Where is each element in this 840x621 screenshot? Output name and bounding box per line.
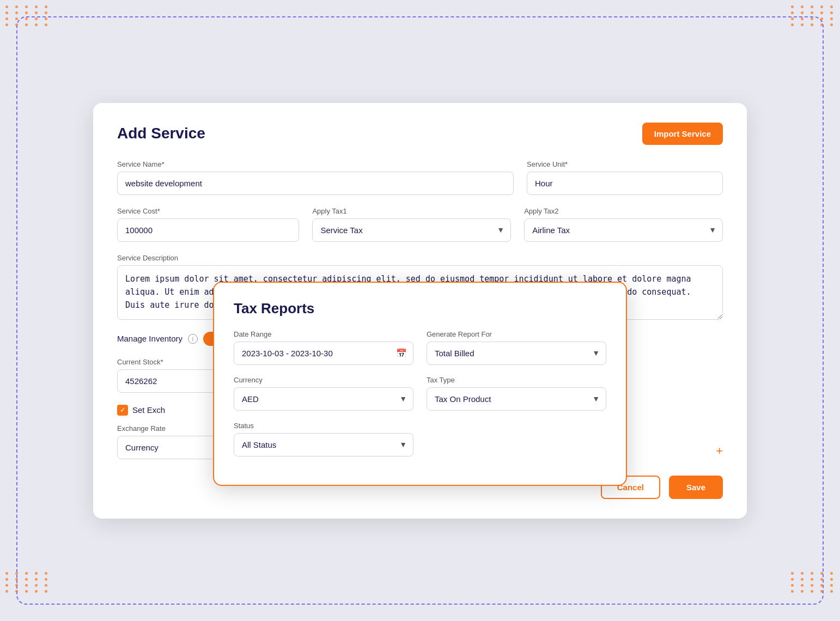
add-service-card: Add Service Import Service Service Name*… [93, 103, 747, 519]
tax-type-label: Tax Type [427, 376, 606, 384]
modal-row-1: Date Range 📅 Generate Report For Total B… [234, 330, 606, 365]
modal-row-3: Status All Status Active Inactive ▼ [234, 422, 606, 456]
modal-currency-select[interactable]: AED USD EUR [234, 387, 413, 411]
status-select-wrapper: All Status Active Inactive ▼ [234, 433, 413, 456]
generate-report-select[interactable]: Total Billed Total Unbilled Total Paid [427, 342, 606, 365]
modal-currency-label: Currency [234, 376, 413, 384]
date-range-group: Date Range 📅 [234, 330, 413, 365]
tax-reports-modal: Tax Reports Date Range 📅 Generate Report… [213, 282, 627, 486]
generate-report-select-wrapper: Total Billed Total Unbilled Total Paid ▼ [427, 342, 606, 365]
status-select[interactable]: All Status Active Inactive [234, 433, 413, 456]
tax-type-group: Tax Type Tax On Product Tax On Service A… [427, 376, 606, 411]
tax-type-select[interactable]: Tax On Product Tax On Service All [427, 387, 606, 411]
modal-currency-group: Currency AED USD EUR ▼ [234, 376, 413, 411]
generate-report-label: Generate Report For [427, 330, 606, 338]
status-group: Status All Status Active Inactive ▼ [234, 422, 413, 456]
modal-overlay: Tax Reports Date Range 📅 Generate Report… [93, 103, 747, 519]
modal-currency-select-wrapper: AED USD EUR ▼ [234, 387, 413, 411]
tax-type-select-wrapper: Tax On Product Tax On Service All ▼ [427, 387, 606, 411]
date-range-label: Date Range [234, 330, 413, 338]
modal-row-2: Currency AED USD EUR ▼ Tax Type [234, 376, 606, 411]
tax-modal-title: Tax Reports [234, 300, 606, 317]
modal-empty-group [427, 422, 606, 456]
generate-report-group: Generate Report For Total Billed Total U… [427, 330, 606, 365]
status-label: Status [234, 422, 413, 430]
date-input-wrapper: 📅 [234, 342, 413, 365]
date-range-input[interactable] [234, 342, 413, 365]
